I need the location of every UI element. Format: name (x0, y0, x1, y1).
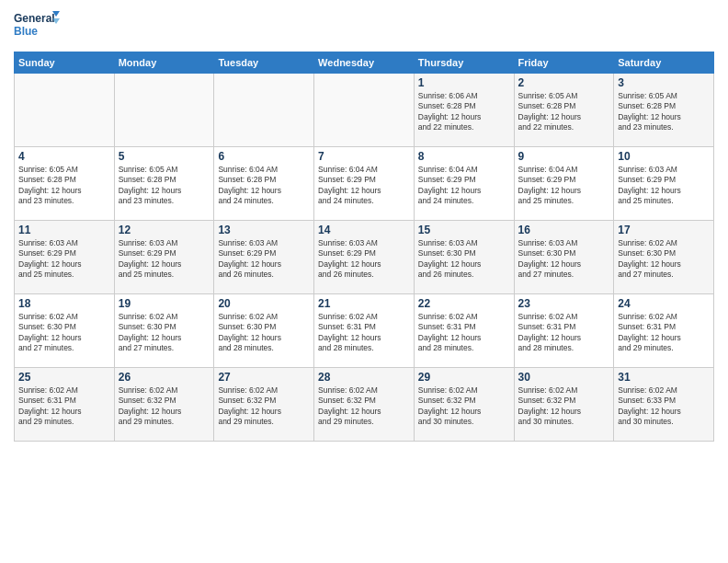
day-detail: Sunrise: 6:02 AM Sunset: 6:30 PM Dayligh… (618, 238, 710, 281)
calendar-cell: 6Sunrise: 6:04 AM Sunset: 6:28 PM Daylig… (214, 147, 314, 221)
day-detail: Sunrise: 6:06 AM Sunset: 6:28 PM Dayligh… (418, 91, 510, 133)
calendar-cell: 26Sunrise: 6:02 AM Sunset: 6:32 PM Dayli… (114, 368, 214, 442)
logo: General Blue (14, 9, 60, 44)
day-detail: Sunrise: 6:02 AM Sunset: 6:32 PM Dayligh… (418, 385, 510, 428)
calendar-cell: 2Sunrise: 6:05 AM Sunset: 6:28 PM Daylig… (514, 74, 614, 147)
calendar-cell: 29Sunrise: 6:02 AM Sunset: 6:32 PM Dayli… (414, 368, 514, 442)
calendar-cell: 18Sunrise: 6:02 AM Sunset: 6:30 PM Dayli… (15, 294, 115, 368)
calendar-cell: 5Sunrise: 6:05 AM Sunset: 6:28 PM Daylig… (114, 147, 214, 221)
day-number: 7 (318, 150, 410, 163)
day-detail: Sunrise: 6:03 AM Sunset: 6:29 PM Dayligh… (318, 238, 410, 281)
day-number: 20 (218, 297, 310, 310)
day-number: 6 (218, 150, 310, 163)
day-detail: Sunrise: 6:04 AM Sunset: 6:29 PM Dayligh… (518, 165, 610, 207)
calendar-cell (214, 74, 314, 147)
day-number: 28 (318, 371, 410, 384)
day-detail: Sunrise: 6:03 AM Sunset: 6:29 PM Dayligh… (218, 238, 310, 281)
logo-svg: General Blue (14, 9, 60, 44)
day-detail: Sunrise: 6:02 AM Sunset: 6:31 PM Dayligh… (518, 312, 610, 354)
calendar-table: SundayMondayTuesdayWednesdayThursdayFrid… (14, 52, 714, 442)
day-detail: Sunrise: 6:02 AM Sunset: 6:31 PM Dayligh… (318, 312, 410, 354)
day-number: 10 (618, 150, 710, 163)
calendar-week-row: 1Sunrise: 6:06 AM Sunset: 6:28 PM Daylig… (15, 74, 714, 147)
calendar-cell: 11Sunrise: 6:03 AM Sunset: 6:29 PM Dayli… (15, 221, 115, 294)
calendar-cell: 25Sunrise: 6:02 AM Sunset: 6:31 PM Dayli… (15, 368, 115, 442)
calendar-cell: 30Sunrise: 6:02 AM Sunset: 6:32 PM Dayli… (514, 368, 614, 442)
day-number: 4 (18, 150, 110, 163)
calendar-header-row: SundayMondayTuesdayWednesdayThursdayFrid… (15, 52, 714, 74)
day-detail: Sunrise: 6:05 AM Sunset: 6:28 PM Dayligh… (119, 165, 210, 207)
day-number: 8 (418, 150, 510, 163)
day-number: 18 (18, 297, 110, 310)
calendar-cell (114, 74, 214, 147)
day-detail: Sunrise: 6:02 AM Sunset: 6:33 PM Dayligh… (618, 385, 710, 428)
calendar-cell (314, 74, 415, 147)
day-number: 11 (18, 224, 110, 236)
weekday-header: Monday (114, 52, 214, 74)
calendar-cell: 1Sunrise: 6:06 AM Sunset: 6:28 PM Daylig… (414, 74, 514, 147)
calendar-cell: 15Sunrise: 6:03 AM Sunset: 6:30 PM Dayli… (414, 221, 514, 294)
day-detail: Sunrise: 6:02 AM Sunset: 6:30 PM Dayligh… (119, 312, 210, 354)
day-detail: Sunrise: 6:03 AM Sunset: 6:30 PM Dayligh… (418, 238, 510, 281)
day-detail: Sunrise: 6:02 AM Sunset: 6:31 PM Dayligh… (618, 312, 710, 354)
day-number: 2 (518, 76, 610, 89)
day-detail: Sunrise: 6:02 AM Sunset: 6:32 PM Dayligh… (218, 385, 310, 428)
day-number: 12 (119, 224, 210, 236)
day-number: 14 (318, 224, 410, 236)
day-detail: Sunrise: 6:03 AM Sunset: 6:30 PM Dayligh… (518, 238, 610, 281)
day-number: 31 (618, 371, 710, 384)
day-number: 17 (618, 224, 710, 236)
calendar-cell: 22Sunrise: 6:02 AM Sunset: 6:31 PM Dayli… (414, 294, 514, 368)
calendar-cell: 28Sunrise: 6:02 AM Sunset: 6:32 PM Dayli… (314, 368, 415, 442)
calendar-week-row: 4Sunrise: 6:05 AM Sunset: 6:28 PM Daylig… (15, 147, 714, 221)
day-number: 26 (119, 371, 210, 384)
day-detail: Sunrise: 6:04 AM Sunset: 6:28 PM Dayligh… (218, 165, 310, 207)
svg-text:General: General (14, 12, 55, 25)
header: General Blue (14, 9, 714, 44)
day-number: 5 (119, 150, 210, 163)
page: General Blue SundayMondayTuesdayWednesda… (0, 0, 728, 563)
day-detail: Sunrise: 6:02 AM Sunset: 6:32 PM Dayligh… (318, 385, 410, 428)
calendar-cell: 27Sunrise: 6:02 AM Sunset: 6:32 PM Dayli… (214, 368, 314, 442)
day-detail: Sunrise: 6:02 AM Sunset: 6:31 PM Dayligh… (18, 385, 110, 428)
day-detail: Sunrise: 6:05 AM Sunset: 6:28 PM Dayligh… (518, 91, 610, 133)
day-number: 24 (618, 297, 710, 310)
calendar-cell: 3Sunrise: 6:05 AM Sunset: 6:28 PM Daylig… (614, 74, 714, 147)
day-number: 9 (518, 150, 610, 163)
calendar-cell: 14Sunrise: 6:03 AM Sunset: 6:29 PM Dayli… (314, 221, 415, 294)
svg-text:Blue: Blue (14, 25, 38, 38)
day-detail: Sunrise: 6:02 AM Sunset: 6:30 PM Dayligh… (218, 312, 310, 354)
weekday-header: Thursday (414, 52, 514, 74)
day-detail: Sunrise: 6:02 AM Sunset: 6:31 PM Dayligh… (418, 312, 510, 354)
calendar-week-row: 11Sunrise: 6:03 AM Sunset: 6:29 PM Dayli… (15, 221, 714, 294)
calendar-cell: 16Sunrise: 6:03 AM Sunset: 6:30 PM Dayli… (514, 221, 614, 294)
calendar-cell: 24Sunrise: 6:02 AM Sunset: 6:31 PM Dayli… (614, 294, 714, 368)
calendar-cell: 9Sunrise: 6:04 AM Sunset: 6:29 PM Daylig… (514, 147, 614, 221)
calendar-cell: 20Sunrise: 6:02 AM Sunset: 6:30 PM Dayli… (214, 294, 314, 368)
calendar-cell: 23Sunrise: 6:02 AM Sunset: 6:31 PM Dayli… (514, 294, 614, 368)
day-number: 23 (518, 297, 610, 310)
weekday-header: Tuesday (214, 52, 314, 74)
day-number: 25 (18, 371, 110, 384)
day-detail: Sunrise: 6:02 AM Sunset: 6:30 PM Dayligh… (18, 312, 110, 354)
day-number: 15 (418, 224, 510, 236)
day-detail: Sunrise: 6:02 AM Sunset: 6:32 PM Dayligh… (518, 385, 610, 428)
calendar-cell: 12Sunrise: 6:03 AM Sunset: 6:29 PM Dayli… (114, 221, 214, 294)
calendar-cell: 8Sunrise: 6:04 AM Sunset: 6:29 PM Daylig… (414, 147, 514, 221)
calendar-week-row: 18Sunrise: 6:02 AM Sunset: 6:30 PM Dayli… (15, 294, 714, 368)
day-detail: Sunrise: 6:04 AM Sunset: 6:29 PM Dayligh… (318, 165, 410, 207)
weekday-header: Saturday (614, 52, 714, 74)
calendar-cell: 7Sunrise: 6:04 AM Sunset: 6:29 PM Daylig… (314, 147, 415, 221)
calendar-cell: 21Sunrise: 6:02 AM Sunset: 6:31 PM Dayli… (314, 294, 415, 368)
day-number: 3 (618, 76, 710, 89)
day-detail: Sunrise: 6:03 AM Sunset: 6:29 PM Dayligh… (119, 238, 210, 281)
day-number: 19 (119, 297, 210, 310)
day-number: 21 (318, 297, 410, 310)
day-number: 27 (218, 371, 310, 384)
day-detail: Sunrise: 6:05 AM Sunset: 6:28 PM Dayligh… (18, 165, 110, 207)
weekday-header: Wednesday (314, 52, 415, 74)
calendar-week-row: 25Sunrise: 6:02 AM Sunset: 6:31 PM Dayli… (15, 368, 714, 442)
day-number: 13 (218, 224, 310, 236)
weekday-header: Friday (514, 52, 614, 74)
weekday-header: Sunday (15, 52, 115, 74)
